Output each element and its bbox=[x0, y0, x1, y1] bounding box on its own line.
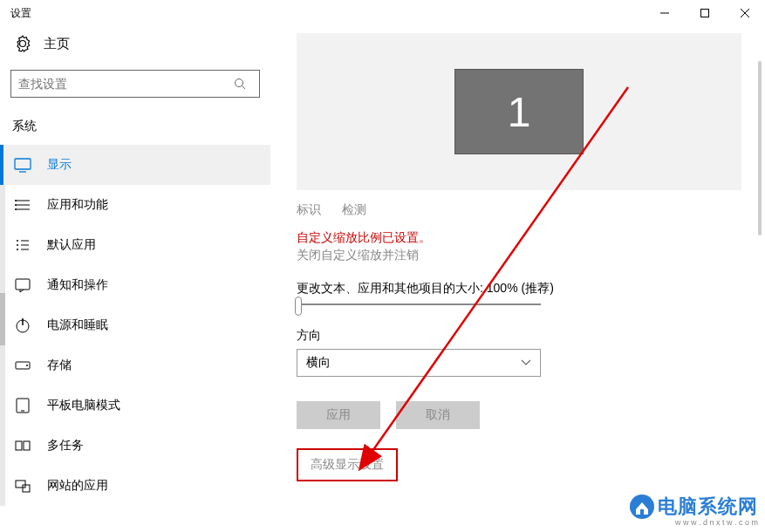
svg-rect-27 bbox=[16, 441, 22, 450]
search-input[interactable] bbox=[18, 77, 228, 91]
cancel-button[interactable]: 取消 bbox=[396, 401, 480, 429]
sidebar-item-label: 多任务 bbox=[47, 438, 84, 454]
sidebar-item-label: 通知和操作 bbox=[47, 277, 108, 293]
tablet-icon bbox=[14, 397, 31, 414]
svg-line-5 bbox=[242, 86, 246, 90]
svg-rect-20 bbox=[16, 279, 30, 290]
svg-rect-30 bbox=[23, 485, 30, 492]
sidebar-item-tablet[interactable]: 平板电脑模式 bbox=[0, 385, 270, 426]
scaling-warning: 自定义缩放比例已设置。 bbox=[297, 230, 748, 246]
watermark: 电脑系统网 w w w . d n x t w . c o m bbox=[629, 494, 758, 527]
sidebar-item-notifications[interactable]: 通知和操作 bbox=[0, 265, 270, 305]
nav-list: 显示 应用和功能 默认应用 通知和操作 bbox=[0, 145, 270, 506]
apps-icon bbox=[14, 196, 31, 214]
svg-point-12 bbox=[15, 204, 17, 206]
watermark-logo-icon bbox=[629, 494, 655, 520]
content-scrollbar[interactable] bbox=[755, 26, 765, 532]
close-icon bbox=[741, 9, 749, 17]
svg-point-24 bbox=[26, 365, 28, 366]
storage-icon bbox=[14, 357, 31, 374]
window-controls bbox=[645, 0, 765, 26]
notifications-icon bbox=[14, 276, 31, 294]
multitask-icon bbox=[14, 437, 31, 454]
content-area: 1 标识 检测 自定义缩放比例已设置。 关闭自定义缩放并注销 更改文本、应用和其… bbox=[270, 26, 765, 532]
svg-point-13 bbox=[15, 208, 17, 210]
sidebar-item-label: 应用和功能 bbox=[47, 197, 108, 213]
sidebar-item-label: 默认应用 bbox=[47, 237, 96, 253]
identify-link[interactable]: 标识 bbox=[297, 202, 321, 218]
sidebar-item-label: 电源和睡眠 bbox=[47, 317, 108, 333]
scrollbar-thumb[interactable] bbox=[758, 61, 762, 235]
sidebar: 主页 系统 显示 应用和功能 bbox=[0, 26, 270, 532]
sidebar-item-display[interactable]: 显示 bbox=[0, 145, 270, 185]
minimize-button[interactable] bbox=[645, 0, 685, 26]
sidebar-item-storage[interactable]: 存储 bbox=[0, 345, 270, 385]
maximize-button[interactable] bbox=[685, 0, 725, 26]
display-icon bbox=[14, 156, 31, 174]
monitor-1[interactable]: 1 bbox=[454, 69, 584, 154]
sidebar-item-label: 显示 bbox=[47, 157, 72, 173]
titlebar: 设置 bbox=[0, 0, 765, 26]
svg-rect-29 bbox=[16, 481, 25, 488]
maximize-icon bbox=[700, 9, 709, 17]
sidebar-item-multitask[interactable]: 多任务 bbox=[0, 426, 270, 466]
default-apps-icon bbox=[14, 236, 31, 254]
chevron-down-icon bbox=[521, 359, 531, 366]
sidebar-item-label: 平板电脑模式 bbox=[47, 398, 120, 413]
home-label: 主页 bbox=[44, 36, 70, 52]
scale-label: 更改文本、应用和其他项目的大小: 100% (推荐) bbox=[297, 281, 748, 297]
search-icon bbox=[228, 78, 252, 90]
orientation-label: 方向 bbox=[297, 328, 748, 344]
scale-slider[interactable] bbox=[297, 304, 541, 305]
website-apps-icon bbox=[14, 477, 31, 494]
slider-thumb[interactable] bbox=[295, 297, 302, 316]
detect-link[interactable]: 检测 bbox=[342, 202, 366, 218]
window-title: 设置 bbox=[10, 6, 31, 21]
power-icon bbox=[14, 317, 31, 334]
svg-point-4 bbox=[236, 79, 243, 87]
sidebar-item-power[interactable]: 电源和睡眠 bbox=[0, 305, 270, 345]
gear-icon bbox=[14, 35, 31, 52]
home-button[interactable]: 主页 bbox=[0, 26, 270, 70]
sidebar-item-label: 存储 bbox=[47, 358, 72, 373]
minimize-icon bbox=[660, 9, 669, 17]
signout-link[interactable]: 关闭自定义缩放并注销 bbox=[297, 248, 748, 263]
dropdown-value: 横向 bbox=[306, 355, 331, 371]
sidebar-item-apps[interactable]: 应用和功能 bbox=[0, 185, 270, 225]
orientation-dropdown[interactable]: 横向 bbox=[297, 349, 541, 377]
watermark-text: 电脑系统网 bbox=[658, 495, 758, 517]
display-preview: 1 bbox=[297, 33, 741, 190]
sidebar-item-label: 网站的应用 bbox=[47, 478, 108, 494]
svg-rect-28 bbox=[24, 441, 30, 450]
svg-rect-1 bbox=[701, 10, 709, 17]
advanced-display-link[interactable]: 高级显示设置 bbox=[297, 448, 398, 481]
search-box[interactable] bbox=[10, 70, 260, 98]
sidebar-item-default-apps[interactable]: 默认应用 bbox=[0, 225, 270, 265]
apply-button[interactable]: 应用 bbox=[297, 401, 380, 429]
category-label: 系统 bbox=[0, 113, 270, 145]
svg-rect-34 bbox=[640, 509, 644, 515]
sidebar-item-website-apps[interactable]: 网站的应用 bbox=[0, 466, 270, 506]
svg-rect-6 bbox=[15, 159, 31, 169]
monitor-number: 1 bbox=[508, 88, 531, 136]
svg-point-11 bbox=[15, 200, 17, 201]
close-button[interactable] bbox=[725, 0, 765, 26]
